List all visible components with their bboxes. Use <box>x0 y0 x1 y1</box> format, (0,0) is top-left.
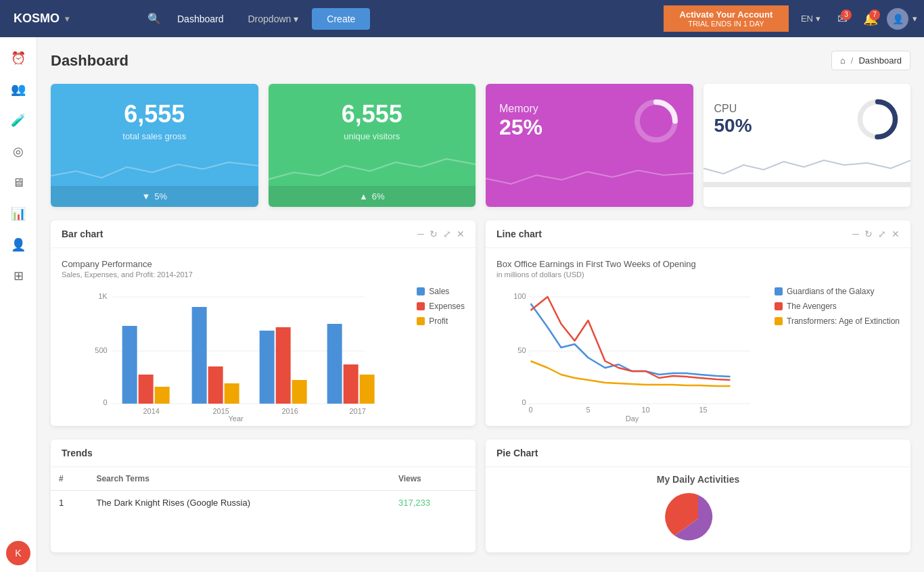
notifications-button[interactable]: ✉ 3 <box>830 7 854 31</box>
page-header: Dashboard ⌂ / Dashboard <box>51 51 910 70</box>
svg-text:0: 0 <box>522 398 526 406</box>
line-close-icon[interactable]: ✕ <box>892 229 900 239</box>
lang-chevron-icon: ▾ <box>816 14 821 24</box>
svg-rect-11 <box>139 375 154 404</box>
bar-chart-svg: 1K 500 0 2014 <box>62 287 410 415</box>
legend-transformers-dot <box>775 317 783 325</box>
trends-header: Trends <box>51 439 476 467</box>
create-button[interactable]: Create <box>312 8 370 30</box>
breadcrumb-current: Dashboard <box>858 55 902 66</box>
line-refresh-icon[interactable]: ↻ <box>864 229 873 239</box>
visitors-sparkline <box>269 152 476 186</box>
trends-table: # Search Terms Views 1 The Dark Knight R… <box>51 467 476 515</box>
pie-chart-body: My Daily Activities <box>486 467 910 552</box>
memory-donut <box>632 97 680 145</box>
breadcrumb: ⌂ / Dashboard <box>831 51 910 70</box>
bar-chart-title: Bar chart <box>62 229 103 239</box>
legend-avengers-dot <box>775 302 783 310</box>
legend-transformers: Transformers: Age of Extinction <box>775 316 900 326</box>
bar-minimize-icon[interactable]: ─ <box>417 229 424 239</box>
pie-chart-card: Pie Chart My Daily Activities <box>486 439 910 552</box>
row-term: The Dark Knight Rises (Google Russia) <box>88 491 390 515</box>
line-chart-header: Line chart ─ ↻ ⤢ ✕ <box>486 220 910 248</box>
memory-info-area: Memory 25% <box>486 84 693 158</box>
bar-chart-subtitle: Company Performance <box>62 259 465 269</box>
bar-chart-actions: ─ ↻ ⤢ ✕ <box>417 229 465 239</box>
row-num: 1 <box>51 491 88 515</box>
brand[interactable]: KOSMO ▾ <box>0 11 142 26</box>
bar-expand-icon[interactable]: ⤢ <box>443 229 451 239</box>
line-chart-actions: ─ ↻ ⤢ ✕ <box>852 229 900 239</box>
svg-text:0: 0 <box>103 398 108 406</box>
svg-text:5: 5 <box>586 406 590 414</box>
stat-cards: 6,555 total sales gross ▼ 5% 6,555 uniqu… <box>51 84 910 207</box>
sidebar-item-grid[interactable]: ⊞ <box>4 262 32 290</box>
trends-card: Trends # Search Terms Views 1 The D <box>51 439 476 552</box>
sidebar-item-clock[interactable]: ⏰ <box>4 44 32 72</box>
svg-rect-14 <box>192 307 207 404</box>
svg-text:2016: 2016 <box>281 407 298 415</box>
alerts-button[interactable]: 🔔 7 <box>858 7 883 31</box>
memory-title: Memory <box>499 103 542 115</box>
bar-close-icon[interactable]: ✕ <box>457 229 465 239</box>
navbar: KOSMO ▾ 🔍 Dashboard Dropdown ▾ Create Ac… <box>0 0 924 37</box>
sales-value: 6,555 <box>64 100 245 128</box>
bottom-row: Trends # Search Terms Views 1 The D <box>51 439 910 552</box>
col-term: Search Terms <box>88 467 390 491</box>
stat-card-memory: Memory 25% <box>486 84 693 207</box>
brand-chevron-icon[interactable]: ▾ <box>65 14 69 24</box>
svg-rect-18 <box>260 331 275 404</box>
sidebar-item-chart[interactable]: 📊 <box>4 199 32 228</box>
sidebar-item-flask[interactable]: 🧪 <box>4 106 32 135</box>
svg-text:50: 50 <box>517 346 526 354</box>
sales-trend-icon: ▼ <box>141 191 150 201</box>
cpu-value: 50% <box>714 115 752 137</box>
breadcrumb-separator: / <box>851 55 854 66</box>
pie-chart-subtitle: My Daily Activities <box>657 474 739 485</box>
svg-text:500: 500 <box>95 346 107 354</box>
svg-rect-16 <box>225 383 239 404</box>
dropdown-chevron-icon: ▾ <box>294 14 298 24</box>
sidebar-item-person[interactable]: 👤 <box>4 231 32 259</box>
search-button[interactable]: 🔍 <box>142 7 166 31</box>
line-chart-svg: 100 50 0 0 5 10 15 <box>496 287 768 415</box>
bar-refresh-icon[interactable]: ↻ <box>430 229 438 239</box>
nav-links: Dashboard Dropdown ▾ Create <box>166 8 664 30</box>
cpu-label: CPU <box>714 103 752 115</box>
memory-sparkline <box>486 158 693 192</box>
main-content: Dashboard ⌂ / Dashboard 6,555 total sale… <box>37 37 924 566</box>
sidebar-item-monitor[interactable]: 🖥 <box>4 168 32 197</box>
sidebar-item-toggle[interactable]: ◎ <box>4 137 32 166</box>
legend-guardians-dot <box>775 287 783 295</box>
line-chart-card: Line chart ─ ↻ ⤢ ✕ Box Office Earnings i… <box>486 220 910 426</box>
sidebar-item-users[interactable]: 👥 <box>4 75 32 103</box>
nav-dropdown[interactable]: Dropdown ▾ <box>237 8 310 30</box>
sales-footer: ▼ 5% <box>51 186 258 207</box>
activate-banner[interactable]: Activate Your Account TRIAL ENDS IN 1 DA… <box>664 5 789 32</box>
visitors-value: 6,555 <box>282 100 463 128</box>
line-expand-icon[interactable]: ⤢ <box>878 229 886 239</box>
legend-expenses: Expenses <box>417 302 465 311</box>
sidebar-avatar[interactable]: K <box>6 541 30 565</box>
line-minimize-icon[interactable]: ─ <box>852 229 859 239</box>
lang-selector[interactable]: EN ▾ <box>795 11 826 26</box>
sales-trend-value: 5% <box>154 191 167 201</box>
breadcrumb-home-icon[interactable]: ⌂ <box>840 55 846 66</box>
svg-rect-19 <box>276 327 291 404</box>
line-chart-body: Box Office Earnings in First Two Weeks o… <box>486 248 910 426</box>
nav-dashboard[interactable]: Dashboard <box>166 8 235 30</box>
row-views: 317,233 <box>390 491 476 515</box>
avatar-chevron-icon[interactable]: ▾ <box>913 14 917 24</box>
svg-text:100: 100 <box>513 292 526 300</box>
memory-value: 25% <box>499 115 542 140</box>
bar-legend: Sales Expenses Profit <box>417 287 465 415</box>
svg-rect-20 <box>292 380 307 404</box>
col-num: # <box>51 467 88 491</box>
line-chart-subtext: in millions of dollars (USD) <box>496 270 900 279</box>
trends-table-container: # Search Terms Views 1 The Dark Knight R… <box>51 467 476 515</box>
stat-card-sales: 6,555 total sales gross ▼ 5% <box>51 84 258 207</box>
table-row: 1 The Dark Knight Rises (Google Russia) … <box>51 491 476 515</box>
legend-avengers: The Avengers <box>775 302 900 311</box>
cpu-sparkline <box>703 148 911 182</box>
avatar[interactable]: 👤 <box>887 8 908 30</box>
